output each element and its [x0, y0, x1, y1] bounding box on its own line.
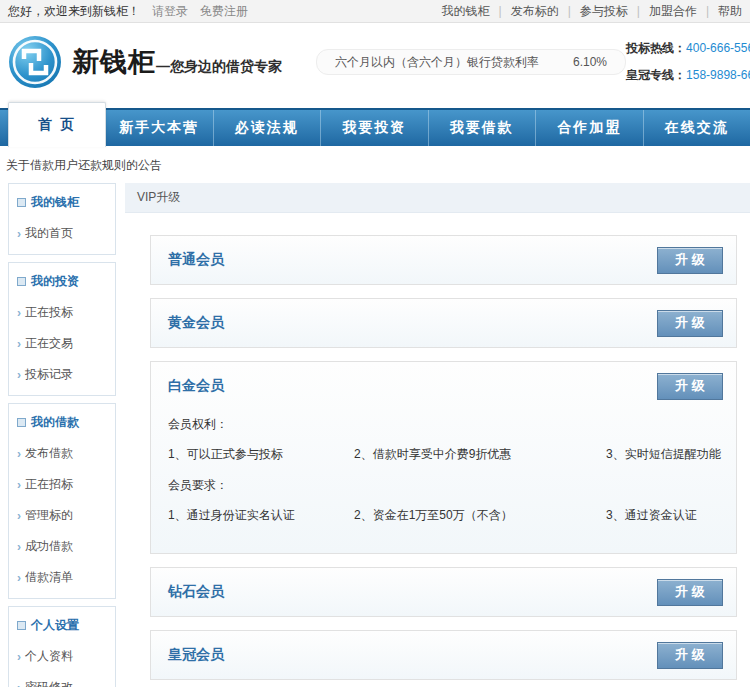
sidebar-section: 个人设置›个人资料›密码修改›VIP升级: [8, 606, 116, 687]
sidebar-section-title: 个人设置: [31, 617, 79, 634]
login-link[interactable]: 请登录: [152, 3, 188, 20]
requirement-item: 3、通过资金认证: [606, 507, 697, 524]
topbar-link-5[interactable]: 帮助: [697, 3, 742, 20]
nav-tab-5[interactable]: 我要借款: [428, 110, 536, 146]
sidebar-item-label: 正在交易: [25, 335, 73, 352]
main-nav: 首 页新手大本营必读法规我要投资我要借款合作加盟在线交流: [0, 108, 750, 146]
sidebar-item-label: 个人资料: [25, 648, 73, 665]
topbar-link-4[interactable]: 加盟合作: [628, 3, 697, 20]
welcome-text: 您好，欢迎来到新钱柜！: [8, 3, 140, 20]
sidebar-item-label: 正在招标: [25, 476, 73, 493]
membership-card: 普通会员升 级: [150, 235, 737, 285]
membership-name[interactable]: 白金会员: [168, 377, 224, 395]
section-bullet-icon: [17, 198, 26, 207]
nav-tab-1[interactable]: 首 页: [8, 102, 106, 147]
sidebar-item[interactable]: ›投标记录: [9, 359, 115, 390]
nav-tab-6[interactable]: 合作加盟: [535, 110, 643, 146]
membership-card-header: 普通会员升 级: [151, 236, 736, 284]
chevron-right-icon: ›: [17, 509, 21, 523]
sidebar-section: 我的投资›正在投标›正在交易›投标记录: [8, 262, 116, 396]
membership-card-header: 钻石会员升 级: [151, 568, 736, 616]
rights-label: 会员权利：: [168, 416, 719, 433]
sidebar-section-header[interactable]: 个人设置: [9, 610, 115, 641]
membership-card: 白金会员升 级会员权利：1、可以正式参与投标2、借款时享受中介费9折优惠3、实时…: [150, 361, 737, 554]
crown-line-row: 皇冠专线：158-9898-6666: [626, 68, 750, 82]
upgrade-button[interactable]: 升 级: [657, 642, 723, 669]
upgrade-button[interactable]: 升 级: [657, 373, 723, 400]
sidebar-section-header[interactable]: 我的钱柜: [9, 187, 115, 218]
membership-name[interactable]: 黄金会员: [168, 314, 224, 332]
page-title: VIP升级: [125, 183, 750, 213]
requirements-label: 会员要求：: [168, 477, 719, 494]
sidebar-section-header[interactable]: 我的借款: [9, 407, 115, 438]
hotline-label: 投标热线：: [626, 41, 686, 55]
sidebar-item-label: 成功借款: [25, 538, 73, 555]
sidebar-item[interactable]: ›正在招标: [9, 469, 115, 500]
main-panel: VIP升级 普通会员升 级黄金会员升 级白金会员升 级会员权利：1、可以正式参与…: [125, 183, 750, 687]
content-area: 我的钱柜›我的首页我的投资›正在投标›正在交易›投标记录我的借款›发布借款›正在…: [0, 181, 750, 687]
sidebar-item[interactable]: ›发布借款: [9, 438, 115, 469]
crown-line-label: 皇冠专线：: [626, 68, 686, 82]
membership-details: 会员权利：1、可以正式参与投标2、借款时享受中介费9折优惠3、实时短信提醒功能会…: [151, 410, 736, 553]
sidebar: 我的钱柜›我的首页我的投资›正在投标›正在交易›投标记录我的借款›发布借款›正在…: [8, 183, 116, 687]
membership-name[interactable]: 钻石会员: [168, 583, 224, 601]
brand-logo-icon[interactable]: [8, 35, 62, 89]
topbar-link-1[interactable]: 我的钱柜: [442, 3, 490, 20]
sidebar-section-title: 我的投资: [31, 273, 79, 290]
announcement-link[interactable]: 关于借款用户还款规则的公告: [0, 146, 750, 181]
sidebar-item[interactable]: ›密码修改: [9, 672, 115, 687]
sidebar-item-label: 正在投标: [25, 304, 73, 321]
brand-name: 新钱柜: [72, 44, 156, 80]
crown-line-number: 158-9898-6666: [686, 68, 750, 82]
requirement-item: 2、资金在1万至50万（不含）: [354, 507, 606, 524]
membership-card: 钻石会员升 级: [150, 567, 737, 617]
sidebar-item-label: 借款清单: [25, 569, 73, 586]
section-bullet-icon: [17, 621, 26, 630]
membership-name[interactable]: 皇冠会员: [168, 646, 224, 664]
sidebar-section-title: 我的钱柜: [31, 194, 79, 211]
sidebar-item[interactable]: ›个人资料: [9, 641, 115, 672]
nav-tab-4[interactable]: 我要投资: [320, 110, 428, 146]
section-bullet-icon: [17, 277, 26, 286]
sidebar-item[interactable]: ›正在交易: [9, 328, 115, 359]
bank-rate-pill: 六个月以内（含六个月）银行贷款利率 6.10%: [316, 49, 626, 75]
sidebar-item[interactable]: ›我的首页: [9, 218, 115, 249]
membership-list: 普通会员升 级黄金会员升 级白金会员升 级会员权利：1、可以正式参与投标2、借款…: [125, 213, 750, 680]
upgrade-button[interactable]: 升 级: [657, 579, 723, 606]
membership-name[interactable]: 普通会员: [168, 251, 224, 269]
right-item: 3、实时短信提醒功能: [606, 446, 721, 463]
rights-row: 1、可以正式参与投标2、借款时享受中介费9折优惠3、实时短信提醒功能: [168, 446, 719, 463]
chevron-right-icon: ›: [17, 478, 21, 492]
sidebar-item[interactable]: ›成功借款: [9, 531, 115, 562]
chevron-right-icon: ›: [17, 650, 21, 664]
chevron-right-icon: ›: [17, 447, 21, 461]
topbar: 您好，欢迎来到新钱柜！ 请登录 免费注册 我的钱柜发布标的参与投标加盟合作帮助: [0, 0, 750, 23]
brand-slogan: —您身边的借贷专家: [156, 58, 282, 76]
right-item: 2、借款时享受中介费9折优惠: [354, 446, 606, 463]
section-bullet-icon: [17, 418, 26, 427]
nav-tab-3[interactable]: 必读法规: [213, 110, 321, 146]
membership-card-header: 皇冠会员升 级: [151, 631, 736, 679]
chevron-right-icon: ›: [17, 368, 21, 382]
hotline-number: 400-666-5566: [686, 41, 750, 55]
site-header: 新钱柜 —您身边的借贷专家 六个月以内（含六个月）银行贷款利率 6.10% 投标…: [0, 23, 750, 101]
sidebar-item[interactable]: ›借款清单: [9, 562, 115, 593]
sidebar-item[interactable]: ›管理标的: [9, 500, 115, 531]
bank-rate-label: 六个月以内（含六个月）银行贷款利率: [335, 54, 539, 71]
topbar-links: 我的钱柜发布标的参与投标加盟合作帮助: [442, 3, 743, 20]
register-link[interactable]: 免费注册: [200, 3, 248, 20]
upgrade-button[interactable]: 升 级: [657, 247, 723, 274]
topbar-link-3[interactable]: 参与投标: [559, 3, 628, 20]
sidebar-item-label: 发布借款: [25, 445, 73, 462]
sidebar-item[interactable]: ›正在投标: [9, 297, 115, 328]
right-item: 1、可以正式参与投标: [168, 446, 354, 463]
nav-tab-7[interactable]: 在线交流: [643, 110, 750, 146]
bank-rate-value: 6.10%: [573, 55, 607, 69]
sidebar-section: 我的钱柜›我的首页: [8, 183, 116, 255]
upgrade-button[interactable]: 升 级: [657, 310, 723, 337]
topbar-link-2[interactable]: 发布标的: [490, 3, 559, 20]
nav-tab-2[interactable]: 新手大本营: [106, 110, 213, 146]
chevron-right-icon: ›: [17, 337, 21, 351]
hotline-row: 投标热线：400-666-5566: [626, 41, 750, 55]
sidebar-section-header[interactable]: 我的投资: [9, 266, 115, 297]
